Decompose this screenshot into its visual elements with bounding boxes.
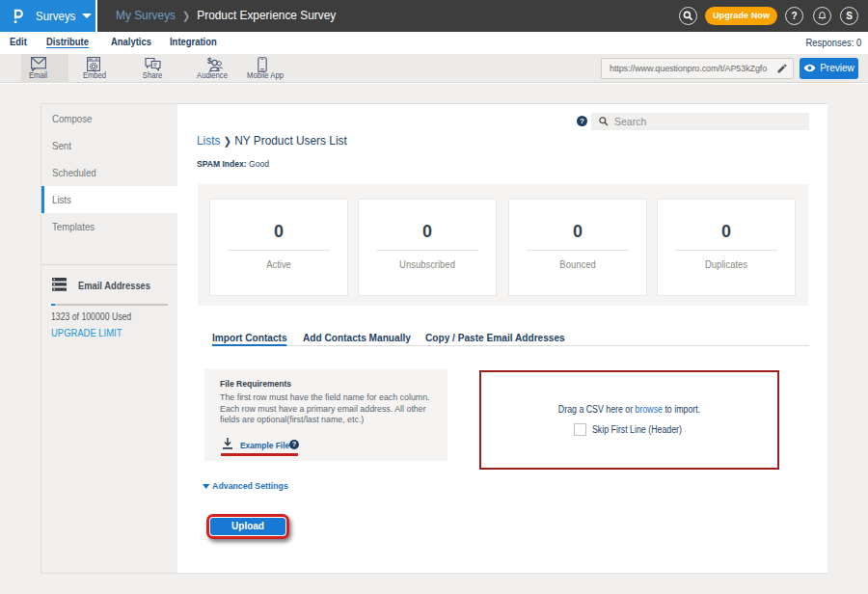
- svg-text:$: $: [207, 57, 212, 66]
